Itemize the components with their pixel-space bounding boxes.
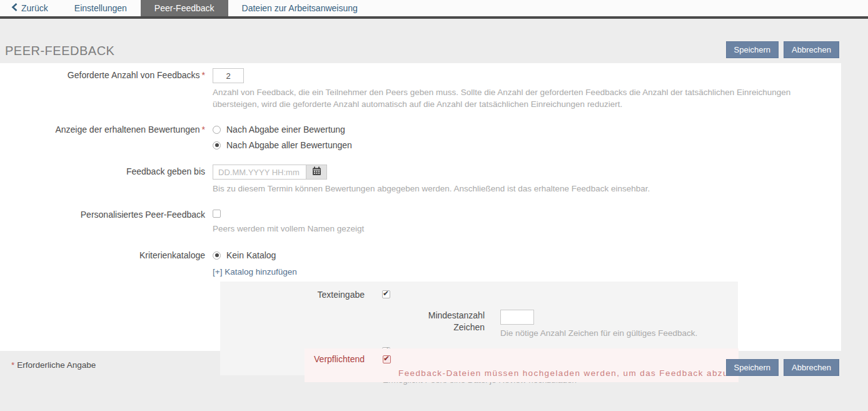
row-text-input: Texteingabe — [220, 289, 738, 301]
radio-option-after-all: Nach Abgabe aller Bewertungen — [213, 138, 835, 152]
header-buttons: Speichern Abbrechen — [726, 41, 839, 58]
radio-option-no-catalogue: Kein Katalog — [213, 248, 835, 262]
min-chars-input[interactable] — [500, 310, 534, 325]
cancel-button-top[interactable]: Abbrechen — [784, 41, 839, 58]
required-asterisk: * — [11, 360, 14, 370]
tab-label: Peer-Feedback — [154, 3, 214, 13]
min-chars-help: Die nötige Anzahl Zeichen für ein gültig… — [500, 328, 697, 338]
row-rating-display: Anzeige der erhaltenen Bewertungen* Nach… — [0, 123, 841, 154]
required-feedbacks-label: Geforderte Anzahl von Feedbacks* — [0, 68, 213, 80]
tab-dateien-arbeitsanweisung[interactable]: Dateien zur Arbeitsanweisung — [228, 0, 371, 16]
chevron-left-icon — [11, 3, 18, 13]
add-catalogue-link[interactable]: [+] Katalog hinzufügen — [213, 267, 297, 277]
min-chars-label: Mindestanzahl Zeichen — [220, 310, 485, 333]
calendar-button[interactable] — [306, 165, 327, 180]
required-asterisk: * — [202, 70, 205, 80]
row-min-chars: Mindestanzahl Zeichen Die nötige Anzahl … — [220, 310, 738, 338]
form-footer: *Erforderliche Angabe Speichern Abbreche… — [0, 351, 868, 408]
row-catalogues: Kriterienkataloge Kein Katalog [+] Katal… — [0, 248, 841, 277]
save-button-top[interactable]: Speichern — [726, 41, 779, 58]
required-asterisk: * — [202, 124, 205, 134]
peer-feedback-form: Geforderte Anzahl von Feedbacks* Anzahl … — [0, 63, 841, 351]
page-header: PEER-FEEDBACK Speichern Abbrechen — [0, 19, 868, 63]
save-button-bottom[interactable]: Speichern — [726, 359, 779, 376]
required-feedbacks-input[interactable] — [213, 68, 244, 83]
radio-button[interactable] — [213, 251, 221, 260]
tab-peer-feedback[interactable]: Peer-Feedback — [141, 0, 228, 16]
tab-einstellungen[interactable]: Einstellungen — [61, 0, 141, 16]
catalogues-label: Kriterienkataloge — [0, 248, 213, 260]
text-input-label: Texteingabe — [220, 289, 365, 301]
radio-label: Nach Abgabe aller Bewertungen — [226, 140, 352, 150]
text-input-checkbox[interactable] — [382, 290, 390, 298]
back-link[interactable]: Zurück — [0, 0, 61, 16]
radio-label: Nach Abgabe einer Bewertung — [226, 124, 345, 134]
personalized-checkbox[interactable] — [213, 210, 221, 218]
required-feedbacks-help: Anzahl von Feedback, die ein Teilnehmer … — [213, 86, 835, 110]
radio-option-after-one: Nach Abgabe einer Bewertung — [213, 123, 835, 136]
radio-button[interactable] — [213, 126, 221, 134]
personalized-help: Peers werden mit vollem Namen gezeigt — [213, 223, 835, 235]
calendar-icon — [312, 166, 321, 178]
footer-buttons: Speichern Abbrechen — [726, 359, 839, 376]
row-personalized: Personalisiertes Peer-Feedback Peers wer… — [0, 208, 841, 235]
row-required-feedbacks: Geforderte Anzahl von Feedbacks* Anzahl … — [0, 68, 841, 110]
personalized-label: Personalisiertes Peer-Feedback — [0, 208, 213, 220]
radio-label: Kein Katalog — [226, 250, 276, 260]
deadline-label: Feedback geben bis — [0, 165, 213, 176]
tab-bar: Zurück Einstellungen Peer-Feedback Datei… — [0, 0, 868, 19]
deadline-help: Bis zu diesem Termin können Bewertungen … — [213, 183, 835, 195]
cancel-button-bottom[interactable]: Abbrechen — [784, 359, 839, 376]
tab-label: Dateien zur Arbeitsanweisung — [242, 3, 358, 13]
deadline-date-input[interactable] — [213, 165, 306, 180]
radio-button[interactable] — [213, 141, 221, 150]
row-deadline: Feedback geben bis — [0, 165, 841, 195]
tab-label: Einstellungen — [74, 3, 127, 13]
rating-display-label: Anzeige der erhaltenen Bewertungen* — [0, 123, 213, 134]
back-link-label: Zurück — [21, 3, 48, 13]
page-title: PEER-FEEDBACK — [5, 44, 114, 58]
